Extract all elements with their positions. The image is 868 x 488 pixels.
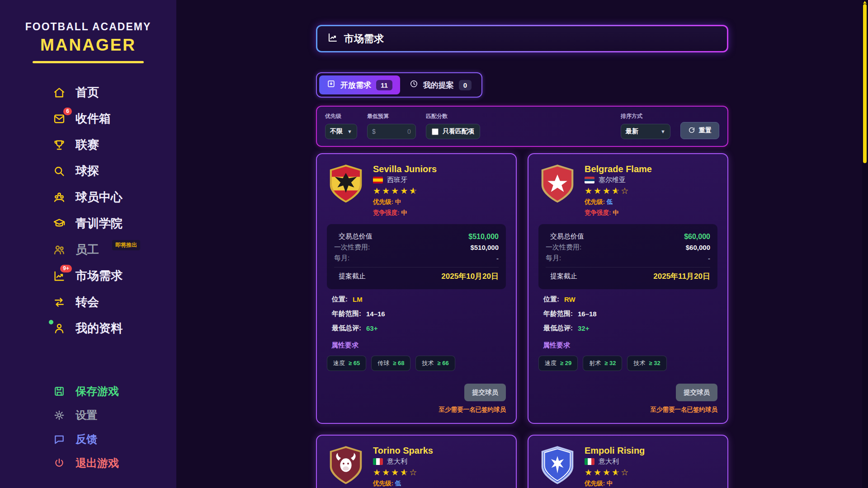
profile-icon xyxy=(52,322,66,335)
card-header: Belgrade Flame 塞尔维亚 ★★★☆★☆ 优先级: 低 竞争强度: … xyxy=(538,163,717,217)
deadline-value: 2025年11月20日 xyxy=(653,271,710,282)
sidebar-item-我的资料[interactable]: 我的资料 xyxy=(0,316,176,340)
sidebar-item-球探[interactable]: 球探 xyxy=(0,159,176,183)
age-range-label: 年龄范围: xyxy=(543,310,573,318)
tab-open-demands[interactable]: 开放需求 11 xyxy=(319,75,400,94)
transfer-icon xyxy=(52,296,66,309)
age-range-value: 14–16 xyxy=(366,310,385,318)
sidebar-item-转会[interactable]: 转会 xyxy=(0,290,176,314)
demand-card: Belgrade Flame 塞尔维亚 ★★★☆★☆ 优先级: 低 竞争强度: … xyxy=(528,153,728,424)
one-time-fee-value: $60,000 xyxy=(686,244,710,251)
country-flag-icon xyxy=(373,177,383,183)
sidebar-item-label: 球探 xyxy=(75,163,99,179)
logo-underline xyxy=(33,61,144,63)
attribute-chip: 传球≥ 68 xyxy=(371,356,410,371)
country-name: 意大利 xyxy=(387,457,407,466)
sidebar-nav: 首页6收件箱联赛球探球员中心青训学院员工即将推出9+市场需求转会我的资料 xyxy=(0,80,176,340)
scrollbar-up-arrow xyxy=(863,1,867,4)
country-name: 塞尔维亚 xyxy=(599,176,626,184)
min-rating-row: 最低总评: 32+ xyxy=(538,324,717,333)
sidebar: FOOTBALL ACADEMY MANAGER 首页6收件箱联赛球探球员中心青… xyxy=(0,0,176,488)
signed-player-note: 至少需要一名已签约球员 xyxy=(439,406,506,414)
priority-line: 优先级: 低 xyxy=(373,479,433,488)
priority-label: 优先级: xyxy=(585,480,607,487)
app-logo: FOOTBALL ACADEMY MANAGER xyxy=(0,21,176,63)
submit-player-button[interactable]: 提交球员 xyxy=(464,384,506,401)
position-row: 位置: RW xyxy=(538,295,717,304)
currency-prefix: $ xyxy=(372,128,376,135)
card-header: Empoli Rising 意大利 ★★★☆★☆ 优先级: 中 竞争强度: 中 xyxy=(538,445,717,488)
tab-label: 开放需求 xyxy=(340,80,371,90)
divider xyxy=(334,267,499,267)
mail-icon: 6 xyxy=(52,112,66,126)
country-name: 西班牙 xyxy=(387,176,407,184)
one-time-fee-label: 一次性费用: xyxy=(546,243,581,252)
notification-badge: 6 xyxy=(63,108,72,115)
financial-panel: 交易总价值 $510,000 一次性费用: $510,000 每月: - 提案截… xyxy=(327,224,506,289)
sidebar-item-员工[interactable]: 员工即将推出 xyxy=(0,238,176,262)
attribute-chip: 技术≥ 66 xyxy=(415,356,455,371)
tab-my-proposals[interactable]: 我的提案 0 xyxy=(402,75,479,94)
financial-panel: 交易总价值 $60,000 一次性费用: $60,000 每月: - 提案截止 … xyxy=(538,224,717,289)
attribute-chip: 速度≥ 65 xyxy=(327,356,366,371)
sidebar-item-label: 青训学院 xyxy=(75,216,123,231)
min-rating-label: 最低总评: xyxy=(332,324,361,333)
tab-label: 我的提案 xyxy=(423,80,454,90)
sidebar-item-联赛[interactable]: 联赛 xyxy=(0,133,176,157)
sidebar-item-球员中心[interactable]: 球员中心 xyxy=(0,185,176,209)
trophy-icon xyxy=(52,138,66,152)
min-rating-row: 最低总评: 63+ xyxy=(327,324,506,333)
sidebar-footer: 保存游戏设置反馈退出游戏 xyxy=(0,380,176,474)
home-icon xyxy=(52,86,66,99)
sidebar-item-首页[interactable]: 首页 xyxy=(0,80,176,104)
budget-input[interactable] xyxy=(378,128,411,135)
competition-line: 竞争强度: 中 xyxy=(585,209,652,217)
one-time-fee-label: 一次性费用: xyxy=(334,243,370,252)
priority-line: 优先级: 中 xyxy=(373,198,437,206)
online-dot xyxy=(49,320,53,324)
chevron-down-icon: ▼ xyxy=(347,129,352,134)
sidebar-footer-item-设置[interactable]: 设置 xyxy=(0,404,176,427)
refresh-icon xyxy=(688,127,695,135)
one-time-fee-value: $510,000 xyxy=(470,244,499,251)
club-country: 意大利 xyxy=(585,457,645,466)
sidebar-item-市场需求[interactable]: 9+市场需求 xyxy=(0,264,176,288)
sort-select[interactable]: 最新 ▼ xyxy=(621,124,670,139)
sidebar-item-青训学院[interactable]: 青训学院 xyxy=(0,211,176,235)
signed-player-note: 至少需要一名已签约球员 xyxy=(651,406,718,414)
scrollbar-thumb[interactable] xyxy=(863,4,867,163)
country-flag-icon xyxy=(585,177,594,183)
reset-button[interactable]: 重置 xyxy=(680,122,719,139)
notification-badge: 9+ xyxy=(60,265,72,272)
tab-count-badge: 11 xyxy=(376,80,392,90)
min-rating-value: 32+ xyxy=(578,324,589,332)
country-flag-icon xyxy=(373,458,383,465)
chart-icon xyxy=(327,32,338,46)
priority-line: 优先级: 低 xyxy=(585,198,652,206)
players-icon xyxy=(52,191,66,204)
club-crest xyxy=(538,163,576,206)
staff-icon xyxy=(52,243,66,257)
inbox-icon xyxy=(327,80,335,90)
submit-player-button[interactable]: 提交球员 xyxy=(676,384,717,401)
club-name: Empoli Rising xyxy=(585,446,645,456)
match-only-checkbox[interactable] xyxy=(432,128,439,135)
position-label: 位置: xyxy=(543,295,559,304)
age-range-row: 年龄范围: 16–18 xyxy=(538,310,717,318)
club-star-rating: ★★★☆★☆ xyxy=(585,468,645,477)
chat-icon xyxy=(52,432,66,446)
priority-select[interactable]: 不限 ▼ xyxy=(325,124,357,139)
budget-filter-label: 最低预算 xyxy=(367,113,416,120)
min-rating-value: 63+ xyxy=(366,324,377,332)
total-value: $60,000 xyxy=(684,233,710,241)
attribute-requirements-label: 属性要求 xyxy=(543,341,570,350)
sidebar-footer-item-反馈[interactable]: 反馈 xyxy=(0,428,176,450)
sidebar-footer-item-退出游戏[interactable]: 退出游戏 xyxy=(0,452,176,474)
match-only-checkbox-wrap[interactable]: 只看匹配项 xyxy=(426,124,480,139)
demand-card: Empoli Rising 意大利 ★★★☆★☆ 优先级: 中 竞争强度: 中 … xyxy=(528,435,728,488)
sidebar-item-收件箱[interactable]: 6收件箱 xyxy=(0,107,176,131)
card-header: Sevilla Juniors 西班牙 ★★★★☆★ 优先级: 中 竞争强度: … xyxy=(327,163,506,217)
sidebar-footer-item-保存游戏[interactable]: 保存游戏 xyxy=(0,380,176,403)
deadline-value: 2025年10月20日 xyxy=(441,271,499,282)
club-crest xyxy=(327,163,365,206)
